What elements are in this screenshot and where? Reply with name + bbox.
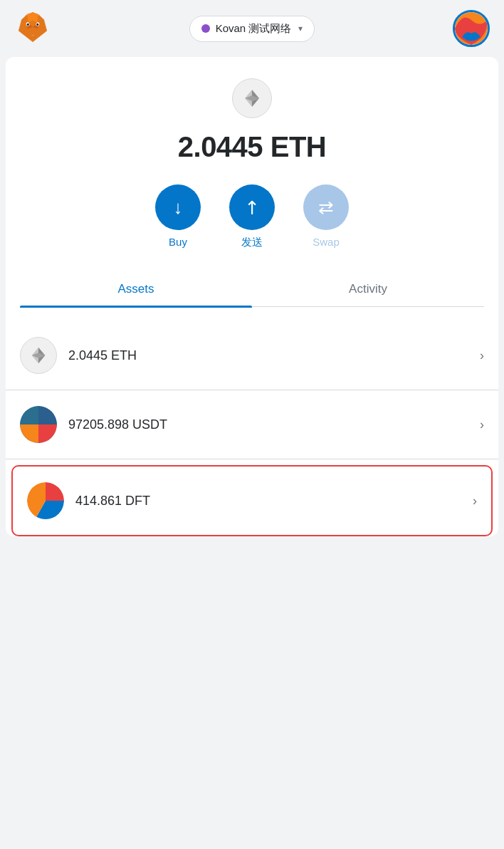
asset-item-usdt[interactable]: 97205.898 USDT › <box>6 390 498 459</box>
swap-label: Swap <box>313 236 340 248</box>
metamask-logo <box>14 9 51 48</box>
usdt-chevron-icon: › <box>480 417 484 432</box>
network-selector[interactable]: Kovan 测试网络 ▾ <box>189 16 315 42</box>
tab-assets[interactable]: Assets <box>20 272 252 306</box>
network-dot <box>201 24 210 33</box>
usdt-asset-icon <box>20 406 57 443</box>
buy-label: Buy <box>169 236 187 248</box>
chevron-down-icon: ▾ <box>298 24 303 33</box>
send-button[interactable]: ↗ 发送 <box>229 184 275 249</box>
header: Kovan 测试网络 ▾ <box>0 0 504 57</box>
asset-list: 2.0445 ETH › 97205.898 USDT › <box>6 321 498 536</box>
send-circle: ↗ <box>229 184 275 230</box>
wallet-section: 2.0445 ETH ↓ Buy ↗ 发送 ⇄ Swap <box>6 57 498 321</box>
buy-button[interactable]: ↓ Buy <box>155 184 201 248</box>
eth-chevron-icon: › <box>480 348 484 363</box>
network-name: Kovan 测试网络 <box>216 22 292 36</box>
action-buttons: ↓ Buy ↗ 发送 ⇄ Swap <box>155 184 349 249</box>
eth-asset-icon <box>20 337 57 374</box>
account-avatar[interactable] <box>453 10 490 47</box>
dft-asset-icon <box>27 482 64 519</box>
usdt-balance: 97205.898 USDT <box>68 417 480 432</box>
wallet-balance: 2.0445 ETH <box>178 131 326 163</box>
dft-balance: 414.861 DFT <box>75 494 473 509</box>
eth-logo <box>232 78 272 118</box>
swap-button[interactable]: ⇄ Swap <box>303 184 349 248</box>
tab-activity[interactable]: Activity <box>252 272 484 306</box>
tabs: Assets Activity <box>20 272 484 307</box>
eth-balance: 2.0445 ETH <box>68 348 480 363</box>
buy-circle: ↓ <box>155 184 201 230</box>
swap-icon: ⇄ <box>318 197 334 219</box>
dft-chevron-icon: › <box>473 494 477 509</box>
send-icon: ↗ <box>238 194 265 220</box>
svg-point-8 <box>27 24 29 26</box>
svg-point-9 <box>36 24 38 26</box>
send-label: 发送 <box>241 236 263 249</box>
buy-icon: ↓ <box>174 197 183 219</box>
asset-item-dft[interactable]: 414.861 DFT › <box>11 465 493 536</box>
main-card: 2.0445 ETH ↓ Buy ↗ 发送 ⇄ Swap <box>6 57 498 536</box>
swap-circle: ⇄ <box>303 184 349 230</box>
asset-item-eth[interactable]: 2.0445 ETH › <box>6 321 498 390</box>
